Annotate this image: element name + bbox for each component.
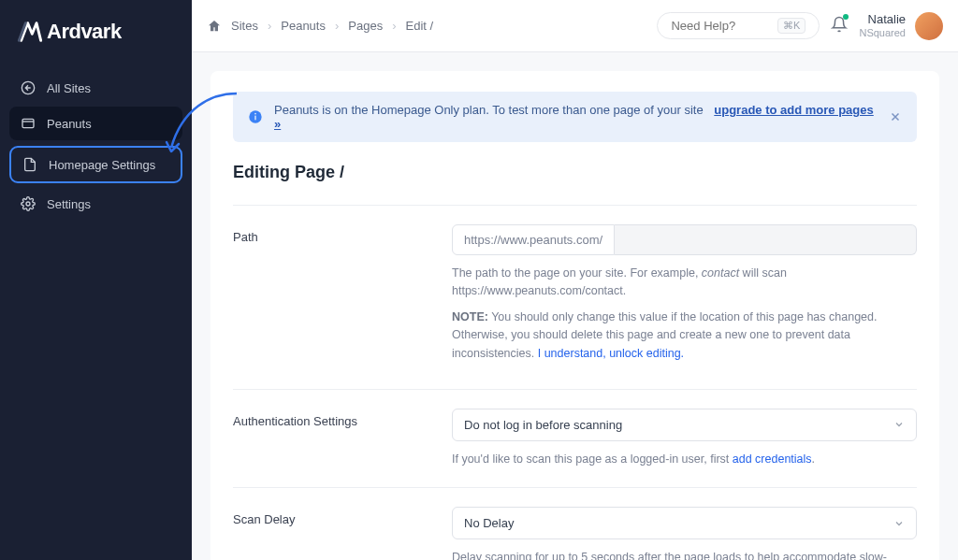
- path-prefix: https://www.peanuts.com/: [452, 224, 615, 255]
- breadcrumbs: Sites › Peanuts › Pages › Edit /: [207, 19, 646, 34]
- header: Sites › Peanuts › Pages › Edit / ⌘K Nata…: [192, 0, 958, 52]
- delay-label: Scan Delay: [233, 507, 452, 560]
- auth-select[interactable]: Do not log in before scanning: [452, 409, 917, 441]
- banner-text: Peanuts is on the Homepage Only plan. To…: [274, 103, 704, 117]
- close-icon[interactable]: [889, 110, 902, 123]
- nav-settings[interactable]: Settings: [9, 187, 182, 221]
- chevron-right-icon: ›: [392, 19, 396, 33]
- user-menu[interactable]: Natalie NSquared: [859, 12, 943, 40]
- auth-help-b: .: [812, 452, 815, 466]
- auth-select-value: Do not log in before scanning: [464, 418, 622, 432]
- nav-site-peanuts[interactable]: Peanuts: [9, 107, 182, 140]
- help-search-input[interactable]: [671, 19, 770, 33]
- home-icon[interactable]: [207, 19, 222, 34]
- auth-label: Authentication Settings: [233, 409, 452, 468]
- help-search[interactable]: ⌘K: [657, 12, 820, 39]
- path-help-1a: The path to the page on your site. For e…: [452, 266, 702, 280]
- nav-homepage-settings[interactable]: Homepage Settings: [9, 146, 182, 183]
- page-title: Editing Page /: [233, 163, 917, 182]
- nav-label: Settings: [47, 197, 91, 211]
- chevron-right-icon: ›: [268, 19, 271, 33]
- notifications-button[interactable]: [831, 16, 848, 36]
- path-note-label: NOTE:: [452, 310, 488, 323]
- brand-logo[interactable]: Ardvark: [0, 0, 192, 64]
- main: Sites › Peanuts › Pages › Edit / ⌘K Nata…: [192, 0, 958, 560]
- back-circle-icon: [21, 80, 36, 95]
- gear-icon: [21, 196, 36, 211]
- field-path: Path https://www.peanuts.com/ The path t…: [233, 205, 917, 389]
- delay-select[interactable]: No Delay: [452, 507, 917, 539]
- logo-icon: [17, 19, 43, 45]
- chevron-right-icon: ›: [335, 19, 339, 33]
- nav-all-sites[interactable]: All Sites: [9, 71, 182, 105]
- nav-label: Homepage Settings: [49, 158, 155, 172]
- user-name: Natalie: [859, 12, 906, 27]
- avatar: [915, 12, 943, 40]
- field-auth: Authentication Settings Do not log in be…: [233, 389, 917, 487]
- svg-point-5: [254, 113, 256, 115]
- crumb-sites[interactable]: Sites: [231, 19, 258, 33]
- delay-select-value: No Delay: [464, 516, 514, 530]
- sidebar: Ardvark All Sites Peanuts Homepage Setti…: [0, 0, 192, 560]
- auth-help-a: If you'd like to scan this page as a log…: [452, 452, 733, 466]
- kbd-shortcut: ⌘K: [777, 18, 806, 34]
- info-icon: [248, 109, 263, 124]
- chevron-down-icon: [893, 518, 905, 529]
- field-delay: Scan Delay No Delay Delay scanning for u…: [233, 487, 917, 560]
- chevron-down-icon: [893, 419, 905, 430]
- path-help-italic: contact: [702, 266, 739, 280]
- crumb-edit[interactable]: Edit /: [406, 19, 434, 33]
- crumb-pages[interactable]: Pages: [348, 19, 383, 33]
- crumb-peanuts[interactable]: Peanuts: [281, 19, 326, 33]
- nav-label: Peanuts: [47, 117, 92, 131]
- delay-help: Delay scanning for up to 5 seconds after…: [452, 551, 887, 560]
- notification-dot: [843, 14, 849, 20]
- browser-icon: [21, 116, 36, 131]
- svg-rect-4: [254, 116, 255, 121]
- svg-point-2: [26, 202, 30, 206]
- svg-rect-1: [22, 119, 34, 127]
- path-input-locked: [615, 224, 917, 255]
- path-label: Path: [233, 224, 452, 370]
- brand-name: Ardvark: [47, 20, 122, 44]
- user-org: NSquared: [859, 27, 906, 39]
- unlock-editing-link[interactable]: I understand, unlock editing.: [538, 347, 684, 360]
- content-card: Peanuts is on the Homepage Only plan. To…: [210, 71, 939, 560]
- nav: All Sites Peanuts Homepage Settings Sett…: [0, 64, 192, 228]
- nav-label: All Sites: [47, 81, 91, 95]
- add-credentials-link[interactable]: add credentials: [733, 452, 812, 466]
- info-banner: Peanuts is on the Homepage Only plan. To…: [233, 92, 917, 142]
- document-icon: [22, 157, 37, 172]
